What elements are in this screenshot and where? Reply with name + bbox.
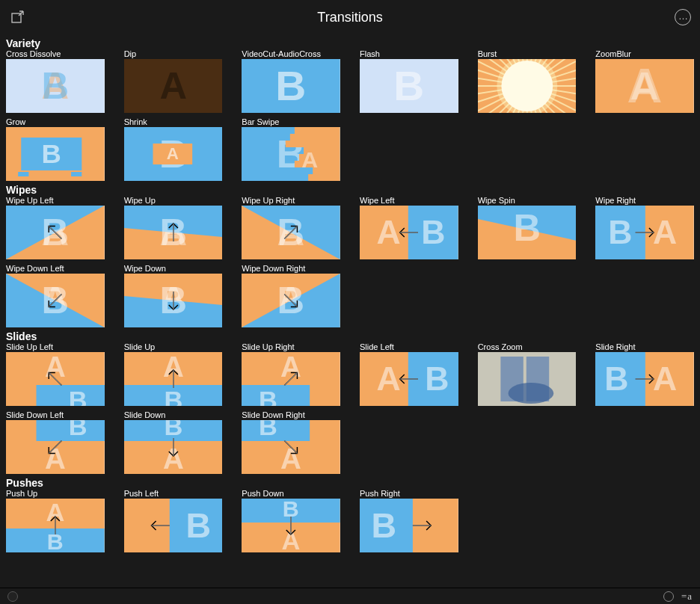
transition-label: Slide Up Left [6, 342, 105, 351]
transition-label: Wipe Up Left [6, 196, 105, 205]
section-title-wipes: Wipes [6, 184, 694, 196]
transition-cross-dissolve[interactable]: Cross DissolveAB [6, 49, 105, 113]
transition-label: Slide Down Left [6, 410, 105, 419]
transition-label: Wipe Down Left [6, 264, 105, 273]
svg-text:A: A [653, 361, 677, 398]
svg-text:A: A [630, 64, 659, 108]
transition-push-down[interactable]: Push DownBA [242, 489, 340, 552]
svg-rect-60 [71, 172, 82, 176]
svg-text:A: A [159, 65, 187, 108]
transition-wipe-down-left[interactable]: Wipe Down LeftAB [6, 264, 105, 327]
svg-text:B: B [42, 139, 61, 170]
transition-label: Burst [478, 49, 577, 58]
transition-dip[interactable]: DipA [124, 49, 223, 113]
transition-thumbnail: AB [360, 352, 458, 406]
transition-thumbnail: AB [124, 352, 223, 406]
transition-label: VideoCut-AudioCross [242, 49, 340, 58]
transition-label: Push Left [124, 489, 223, 498]
more-icon[interactable]: … [675, 9, 691, 25]
svg-text:A: A [376, 215, 400, 251]
transition-label: Flash [360, 49, 458, 58]
section-title-slides: Slides [6, 330, 694, 342]
svg-text:B: B [513, 207, 541, 250]
transition-thumbnail: AB [6, 59, 105, 113]
transition-shrink[interactable]: ShrinkBA [124, 117, 223, 181]
transition-bar-swipe[interactable]: Bar SwipeBA [242, 117, 340, 181]
transition-thumbnail: AB [6, 499, 105, 552]
transition-thumbnail: AB [6, 274, 105, 327]
transition-thumbnail: B [124, 499, 223, 552]
transition-videocut-audiocross[interactable]: VideoCut-AudioCrossB [242, 49, 340, 113]
transition-wipe-left[interactable]: Wipe LeftAB [360, 196, 458, 259]
transition-push-right[interactable]: Push RightB [360, 489, 458, 552]
transition-label: Slide Left [360, 342, 458, 351]
transition-label: Wipe Up [124, 196, 223, 205]
transition-thumbnail: AB [242, 420, 340, 474]
transition-wipe-up-right[interactable]: Wipe Up RightAB [242, 196, 340, 259]
transition-slide-up-right[interactable]: Slide Up RightAB [242, 342, 340, 406]
transition-label: Wipe Right [595, 196, 694, 205]
transition-slide-up[interactable]: Slide UpAB [124, 342, 223, 406]
page-title: Transitions [317, 10, 382, 25]
transition-grow[interactable]: GrowB [6, 117, 105, 181]
transition-thumbnail: AB [6, 206, 105, 259]
transition-thumbnail: B [242, 59, 340, 113]
svg-text:A: A [376, 361, 400, 398]
transition-label: Push Right [360, 489, 458, 498]
transition-burst[interactable]: Burst [478, 49, 577, 113]
transition-wipe-down-right[interactable]: Wipe Down RightAB [242, 264, 340, 327]
transition-slide-down-left[interactable]: Slide Down LeftAB [6, 410, 105, 474]
transition-wipe-right[interactable]: Wipe RightAB [595, 196, 694, 259]
transition-thumbnail: BA [242, 499, 340, 552]
transition-label: Shrink [124, 117, 223, 126]
transition-thumbnail: BA [242, 127, 340, 181]
transition-thumbnail: AB [360, 206, 458, 259]
transition-wipe-spin[interactable]: Wipe SpinB [478, 196, 577, 259]
transition-thumbnail: AB [242, 274, 340, 327]
transition-label: Grow [6, 117, 105, 126]
svg-rect-67 [295, 127, 340, 134]
transition-thumbnail: B [360, 499, 458, 552]
svg-text:B: B [609, 215, 633, 251]
svg-text:B: B [425, 361, 449, 398]
transition-push-up[interactable]: Push UpAB [6, 489, 105, 552]
transition-label: Wipe Down Right [242, 264, 340, 273]
transition-label: Wipe Down [124, 264, 223, 273]
transition-slide-down[interactable]: Slide DownAB [124, 410, 223, 474]
transition-thumbnail: AA [595, 59, 694, 113]
svg-text:B: B [69, 386, 88, 406]
transition-slide-right[interactable]: Slide RightAB [595, 342, 694, 406]
transition-thumbnail: AB [124, 274, 223, 327]
transition-thumbnail: B [6, 127, 105, 181]
transition-slide-up-left[interactable]: Slide Up LeftAB [6, 342, 105, 406]
transition-label: Push Up [6, 489, 105, 498]
svg-text:B: B [259, 386, 277, 406]
transition-label: Slide Down Right [242, 410, 340, 419]
svg-text:A: A [166, 145, 178, 164]
svg-text:B: B [421, 215, 445, 251]
transition-wipe-down[interactable]: Wipe DownAB [124, 264, 223, 327]
transition-slide-down-right[interactable]: Slide Down RightAB [242, 410, 340, 474]
transition-cross-zoom[interactable]: Cross Zoom [478, 342, 577, 406]
transition-thumbnail: AB [124, 206, 223, 259]
transition-label: Wipe Spin [478, 196, 577, 205]
svg-text:B: B [372, 506, 397, 545]
svg-rect-69 [286, 141, 340, 147]
transition-slide-left[interactable]: Slide LeftAB [360, 342, 458, 406]
transition-flash[interactable]: FlashB [360, 49, 458, 113]
transition-label: Slide Down [124, 410, 223, 419]
transition-wipe-up[interactable]: Wipe UpAB [124, 196, 223, 259]
transition-label: Cross Zoom [478, 342, 577, 351]
svg-point-154 [508, 383, 553, 404]
footer-indicator[interactable] [7, 591, 18, 602]
transition-thumbnail: A [124, 59, 223, 113]
expand-icon[interactable] [9, 9, 25, 25]
transition-wipe-up-left[interactable]: Wipe Up LeftAB [6, 196, 105, 259]
footer-status-icon[interactable] [663, 591, 674, 602]
svg-text:B: B [276, 63, 307, 110]
transition-label: Dip [124, 49, 223, 58]
transition-push-left[interactable]: Push LeftB [124, 489, 223, 552]
transition-thumbnail [478, 59, 577, 113]
transition-thumbnail: B [360, 59, 458, 113]
transition-zoomblur[interactable]: ZoomBlurAA [595, 49, 694, 113]
